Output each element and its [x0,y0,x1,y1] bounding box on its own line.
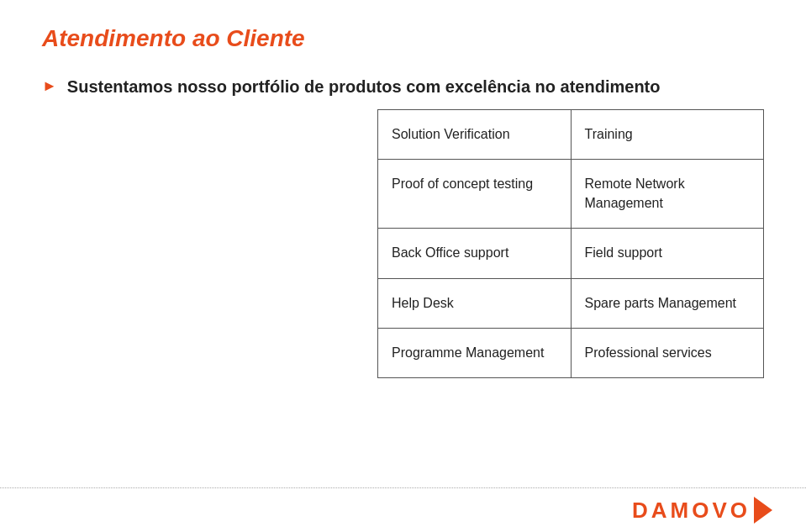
grid-cell-field-support: Field support [571,229,764,278]
logo-area: DAMOVO [632,497,772,524]
grid-cell-proof-of-concept: Proof of concept testing [378,160,572,229]
content-area: Solution Verification Training Proof of … [42,109,764,378]
bottom-divider [0,487,806,488]
page-container: Atendimento ao Cliente ► Sustentamos nos… [0,0,806,532]
bullet-arrow-icon: ► [42,77,57,95]
grid-cell-remote-network: Remote Network Management [571,160,764,229]
logo-arrow-icon [754,497,772,524]
grid-cell-back-office: Back Office support [378,229,572,278]
grid-cell-help-desk: Help Desk [378,278,572,328]
grid-cell-professional-services: Professional services [571,328,764,377]
bullet-section: ► Sustentamos nosso portfólio de produto… [42,76,764,97]
grid-cell-solution-verification: Solution Verification [378,110,572,160]
grid-cell-programme-management: Programme Management [378,328,572,377]
table-row: Programme Management Professional servic… [378,328,764,377]
page-title: Atendimento ao Cliente [42,25,764,52]
bullet-text: Sustentamos nosso portfólio de produtos … [67,76,661,97]
grid-cell-spare-parts: Spare parts Management [571,278,764,328]
table-row: Proof of concept testing Remote Network … [378,160,764,229]
logo-text: DAMOVO [632,498,751,524]
services-grid: Solution Verification Training Proof of … [377,109,764,378]
table-row: Solution Verification Training [378,110,764,160]
table-row: Help Desk Spare parts Management [378,278,764,328]
grid-cell-training: Training [571,110,764,160]
table-row: Back Office support Field support [378,229,764,278]
